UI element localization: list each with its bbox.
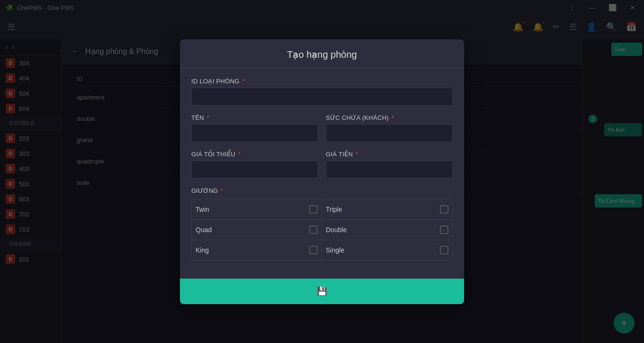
save-icon: 💾 [317, 286, 327, 297]
ten-group: TÊN * [191, 114, 318, 142]
create-room-type-modal: Tạo hạng phòng ID LOẠI PHÒNG * TÊN * [180, 39, 464, 304]
triple-checkbox[interactable] [440, 205, 448, 214]
ten-suc-chua-row: TÊN * SỨC CHỨA (KHÁCH) * [191, 114, 453, 151]
checkbox-grid-container: Twin Triple Quad [191, 199, 453, 261]
gia-toi-thieu-label: GIÁ TỐI THIỂU * [191, 151, 318, 158]
twin-checkbox[interactable] [309, 205, 318, 214]
triple-label: Triple [326, 206, 342, 213]
id-loai-phong-input[interactable] [191, 88, 453, 106]
giuong-label: GIƯỜNG * [191, 187, 453, 194]
modal-overlay[interactable]: Tạo hạng phòng ID LOẠI PHÒNG * TÊN * [0, 0, 644, 343]
ten-label: TÊN * [191, 114, 318, 121]
giuong-section: GIƯỜNG * Twin Triple [191, 187, 453, 261]
suc-chua-input[interactable] [326, 124, 453, 142]
suc-chua-label: SỨC CHỨA (KHÁCH) * [326, 114, 453, 121]
id-loai-phong-label: ID LOẠI PHÒNG * [191, 78, 453, 85]
modal-body: ID LOẠI PHÒNG * TÊN * SỨC CHỨA (KHÁCH) [180, 68, 464, 279]
double-label: Double [326, 226, 347, 234]
ten-input[interactable] [191, 124, 318, 142]
gia-toi-thieu-input[interactable] [191, 161, 318, 179]
checkbox-item-quad: Quad [192, 220, 322, 240]
gia-tien-input[interactable] [326, 161, 453, 179]
modal-title: Tạo hạng phòng [287, 49, 357, 60]
quad-checkbox[interactable] [309, 226, 318, 234]
checkbox-item-king: King [192, 240, 322, 260]
gia-row: GIÁ TỐI THIỂU * GIÁ TIỀN * [191, 151, 453, 187]
checkbox-item-single: Single [322, 240, 452, 260]
king-label: King [196, 246, 209, 254]
checkbox-item-double: Double [322, 220, 452, 240]
id-loai-phong-group: ID LOẠI PHÒNG * [191, 78, 453, 106]
gia-tien-label: GIÁ TIỀN * [326, 151, 453, 158]
checkbox-grid: Twin Triple Quad [192, 199, 452, 260]
twin-label: Twin [196, 206, 209, 213]
gia-tien-group: GIÁ TIỀN * [326, 151, 453, 179]
gia-toi-thieu-group: GIÁ TỐI THIỂU * [191, 151, 318, 179]
double-checkbox[interactable] [440, 226, 448, 234]
quad-label: Quad [196, 226, 212, 234]
single-label: Single [326, 246, 344, 254]
single-checkbox[interactable] [440, 246, 448, 254]
suc-chua-group: SỨC CHỨA (KHÁCH) * [326, 114, 453, 142]
save-button[interactable]: 💾 [180, 279, 464, 304]
checkbox-item-twin: Twin [192, 199, 322, 220]
checkbox-item-triple: Triple [322, 199, 452, 220]
king-checkbox[interactable] [309, 246, 318, 254]
modal-header: Tạo hạng phòng [180, 39, 464, 68]
